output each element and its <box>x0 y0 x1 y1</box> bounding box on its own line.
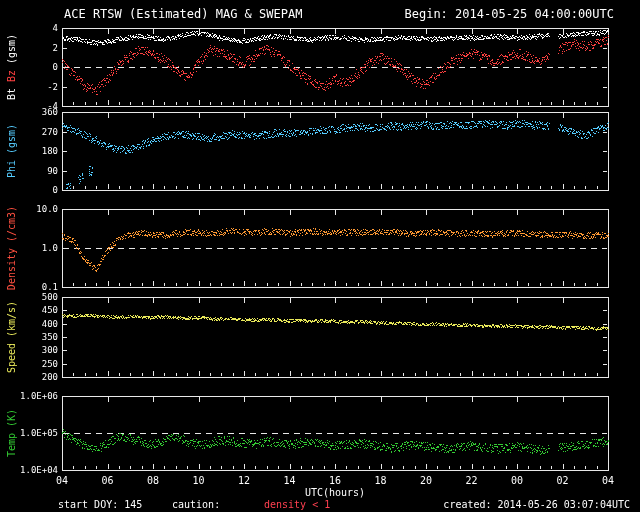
caution-label: caution: <box>172 499 220 510</box>
caution-value: density < 1 <box>264 499 330 510</box>
x-axis-label: UTC(hours) <box>62 487 608 498</box>
plot-title: ACE RTSW (Estimated) MAG & SWEPAM <box>64 7 302 21</box>
start-doy-label: start DOY: 145 <box>58 499 142 510</box>
begin-timestamp: Begin: 2014-05-25 04:00:00UTC <box>404 7 614 21</box>
created-timestamp: created: 2014-05-26 03:07:04UTC <box>443 499 630 510</box>
chart-canvas <box>0 0 640 512</box>
ace-rtsw-plot: ACE RTSW (Estimated) MAG & SWEPAM Begin:… <box>0 0 640 512</box>
